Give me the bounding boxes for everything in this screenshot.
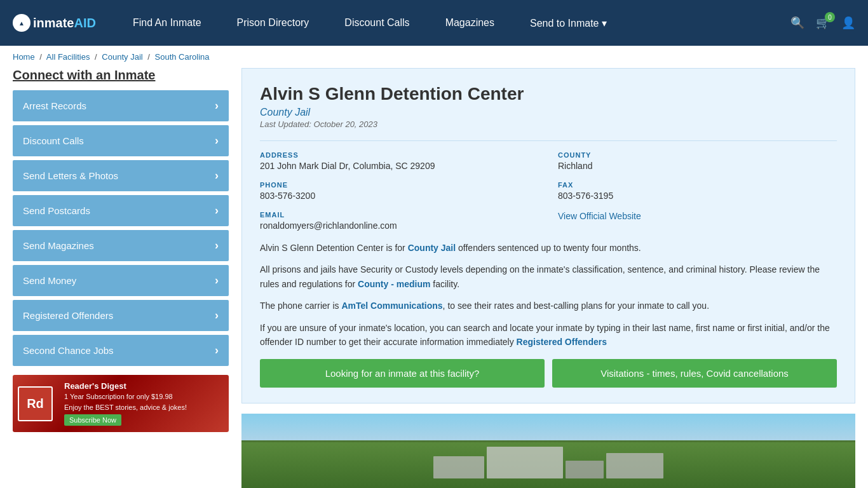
ad-title: Reader's Digest xyxy=(64,381,222,391)
breadcrumb-state[interactable]: South Carolina xyxy=(155,52,210,62)
fax-value: 803-576-3195 xyxy=(558,191,837,201)
ad-logo: Rd xyxy=(18,386,53,421)
cart-badge: 0 xyxy=(825,12,835,22)
fax-label: FAX xyxy=(558,181,837,189)
header-icons: 🔍 🛒 0 👤 xyxy=(790,16,855,30)
sidebar-item-label: Send Money xyxy=(23,275,76,286)
desc-para-1: Alvin S Glenn Detention Center is for Co… xyxy=(260,241,837,255)
county-medium-link[interactable]: County - medium xyxy=(358,279,430,289)
desc-para-3: The phone carrier is AmTel Communication… xyxy=(260,299,837,313)
chevron-right-icon: › xyxy=(215,274,219,287)
email-value: ronaldomyers@richlandonline.com xyxy=(260,220,539,231)
sidebar-item-discount-calls[interactable]: Discount Calls › xyxy=(13,125,229,156)
sidebar-item-label: Send Letters & Photos xyxy=(23,170,118,181)
facility-type: County Jail xyxy=(260,107,837,118)
county-block: COUNTY Richland xyxy=(558,151,837,171)
breadcrumb-all-facilities[interactable]: All Facilities xyxy=(46,52,90,62)
header: ▲ inmateAID Find An Inmate Prison Direct… xyxy=(0,0,868,46)
facility-card: Alvin S Glenn Detention Center County Ja… xyxy=(241,68,855,403)
logo-icon: ▲ xyxy=(13,14,31,32)
fax-block: FAX 803-576-3195 xyxy=(558,181,837,201)
sidebar-item-send-postcards[interactable]: Send Postcards › xyxy=(13,195,229,226)
amtel-communications-link[interactable]: AmTel Communications xyxy=(341,301,442,311)
breadcrumb-home[interactable]: Home xyxy=(13,52,35,62)
nav-prison-directory[interactable]: Prison Directory xyxy=(219,0,327,46)
chevron-right-icon: › xyxy=(215,134,219,147)
facility-last-updated: Last Updated: October 20, 2023 xyxy=(260,119,837,129)
nav-find-an-inmate[interactable]: Find An Inmate xyxy=(115,0,219,46)
registered-offenders-link[interactable]: Registered Offenders xyxy=(517,337,607,347)
chevron-right-icon: › xyxy=(215,344,219,357)
sidebar-item-send-money[interactable]: Send Money › xyxy=(13,265,229,296)
sidebar-item-send-magazines[interactable]: Send Magazines › xyxy=(13,230,229,261)
email-label: EMAIL xyxy=(260,211,539,219)
chevron-right-icon: › xyxy=(215,239,219,252)
facility-image xyxy=(241,414,855,488)
main-nav: Find An Inmate Prison Directory Discount… xyxy=(115,0,790,46)
sidebar-item-label: Second Chance Jobs xyxy=(23,345,114,356)
ad-banner: Rd Reader's Digest 1 Year Subscription f… xyxy=(13,375,229,432)
chevron-right-icon: › xyxy=(215,309,219,322)
address-block: ADDRESS 201 John Mark Dial Dr, Columbia,… xyxy=(260,151,539,171)
sidebar-item-send-letters[interactable]: Send Letters & Photos › xyxy=(13,160,229,191)
ad-subscribe-button[interactable]: Subscribe Now xyxy=(64,414,121,426)
address-label: ADDRESS xyxy=(260,151,539,159)
sidebar-item-label: Send Postcards xyxy=(23,205,90,216)
desc-para-4: If you are unsure of your inmate's locat… xyxy=(260,321,837,349)
find-inmate-button[interactable]: Looking for an inmate at this facility? xyxy=(260,359,545,388)
ad-subtitle: 1 Year Subscription for only $19.98 xyxy=(64,393,222,400)
county-value: Richland xyxy=(558,161,837,171)
visitations-button[interactable]: Visitations - times, rules, Covid cancel… xyxy=(552,359,837,388)
website-block: View Official Website xyxy=(558,211,837,231)
sidebar-item-label: Registered Offenders xyxy=(23,310,113,321)
search-icon[interactable]: 🔍 xyxy=(790,16,804,30)
cart-icon[interactable]: 🛒 0 xyxy=(816,16,830,30)
facility-description: Alvin S Glenn Detention Center is for Co… xyxy=(260,241,837,349)
sidebar-item-label: Arrest Records xyxy=(23,100,86,111)
user-icon[interactable]: 👤 xyxy=(841,16,855,30)
nav-discount-calls[interactable]: Discount Calls xyxy=(327,0,427,46)
main-content: Connect with an Inmate Arrest Records › … xyxy=(0,68,868,488)
phone-label: PHONE xyxy=(260,181,539,189)
ad-body: Enjoy the BEST stories, advice & jokes! xyxy=(64,403,222,411)
view-official-website-link[interactable]: View Official Website xyxy=(558,211,641,221)
phone-value: 803-576-3200 xyxy=(260,191,539,201)
chevron-right-icon: › xyxy=(215,169,219,182)
sidebar: Connect with an Inmate Arrest Records › … xyxy=(13,68,229,432)
facility-info-grid: ADDRESS 201 John Mark Dial Dr, Columbia,… xyxy=(260,140,837,231)
breadcrumb: Home / All Facilities / County Jail / So… xyxy=(0,46,868,68)
sidebar-item-registered-offenders[interactable]: Registered Offenders › xyxy=(13,300,229,331)
action-buttons: Looking for an inmate at this facility? … xyxy=(260,359,837,388)
address-value: 201 John Mark Dial Dr, Columbia, SC 2920… xyxy=(260,161,539,171)
sidebar-item-label: Discount Calls xyxy=(23,135,84,146)
logo[interactable]: ▲ inmateAID xyxy=(13,14,96,32)
sidebar-item-second-chance-jobs[interactable]: Second Chance Jobs › xyxy=(13,335,229,366)
nav-send-to-inmate[interactable]: Send to Inmate ▾ xyxy=(512,0,625,46)
desc-para-2: All prisons and jails have Security or C… xyxy=(260,262,837,291)
phone-block: PHONE 803-576-3200 xyxy=(260,181,539,201)
sidebar-title: Connect with an Inmate xyxy=(13,68,229,83)
county-label: COUNTY xyxy=(558,151,837,159)
right-content: Alvin S Glenn Detention Center County Ja… xyxy=(241,68,855,488)
nav-magazines[interactable]: Magazines xyxy=(428,0,512,46)
logo-text: inmateAID xyxy=(33,16,96,30)
facility-name: Alvin S Glenn Detention Center xyxy=(260,84,837,104)
ad-content: Reader's Digest 1 Year Subscription for … xyxy=(58,375,229,432)
chevron-right-icon: › xyxy=(215,99,219,112)
chevron-right-icon: › xyxy=(215,204,219,217)
email-block: EMAIL ronaldomyers@richlandonline.com xyxy=(260,211,539,231)
sidebar-item-arrest-records[interactable]: Arrest Records › xyxy=(13,90,229,121)
county-jail-link[interactable]: County Jail xyxy=(408,243,456,253)
sidebar-item-label: Send Magazines xyxy=(23,240,94,251)
breadcrumb-county-jail[interactable]: County Jail xyxy=(102,52,142,62)
